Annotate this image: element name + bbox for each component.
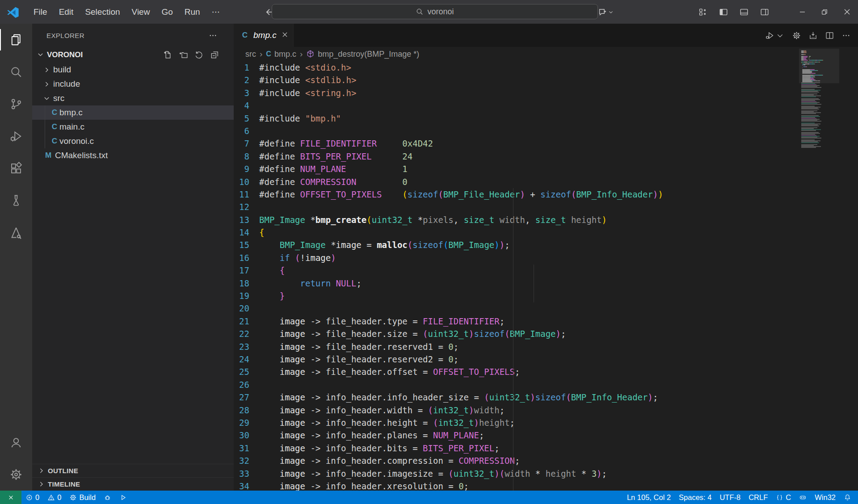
toggle-primary-sidebar-button[interactable] xyxy=(713,0,734,24)
tree-item-src[interactable]: src xyxy=(32,91,234,105)
split-editor-icon[interactable] xyxy=(825,31,834,40)
code-line-4[interactable]: 4 xyxy=(234,99,799,112)
problems-indicator[interactable]: 0 0 xyxy=(21,491,65,504)
indentation-indicator[interactable]: Spaces: 4 xyxy=(675,491,715,504)
toggle-panel-button[interactable] xyxy=(734,0,754,24)
minimap[interactable] xyxy=(799,47,858,491)
activitybar-source-control[interactable] xyxy=(0,88,32,120)
menu-view[interactable]: View xyxy=(126,4,156,20)
menu-file[interactable]: File xyxy=(28,4,53,20)
code-line-19[interactable]: 19 } xyxy=(234,290,799,302)
cmake-debug-button[interactable] xyxy=(100,491,115,504)
breadcrumb-symbol[interactable]: bmp_destroy(BMP_Image *) xyxy=(318,50,419,59)
activitybar-extensions[interactable] xyxy=(0,152,32,185)
code-line-31[interactable]: 31 image -> info_header.bits = BITS_PER_… xyxy=(234,442,799,454)
code-line-20[interactable]: 20 xyxy=(234,302,799,315)
code-line-7[interactable]: 7#define FILE_IDENTIFIER 0x4D42 xyxy=(234,137,799,150)
encoding-indicator[interactable]: UTF-8 xyxy=(715,491,744,504)
explorer-more-actions-button[interactable] xyxy=(208,31,218,42)
code-line-33[interactable]: 33 image -> info_header.imagesize = (uin… xyxy=(234,467,799,480)
code-line-17[interactable]: 17 { xyxy=(234,264,799,277)
timeline-section[interactable]: TIMELINE xyxy=(32,477,234,491)
code-line-9[interactable]: 9#define NUM_PLANE 1 xyxy=(234,163,799,175)
code-line-1[interactable]: 1#include <stdio.h> xyxy=(234,61,799,74)
restore-button[interactable] xyxy=(813,0,836,24)
code-line-27[interactable]: 27 image -> info_header.info_header_size… xyxy=(234,391,799,403)
activitybar-testing[interactable] xyxy=(0,185,32,217)
menu-go[interactable]: Go xyxy=(156,4,178,20)
tab-close-button[interactable] xyxy=(281,31,289,40)
minimize-button[interactable] xyxy=(791,0,813,24)
remote-indicator[interactable] xyxy=(0,491,21,504)
new-folder-button[interactable] xyxy=(179,50,188,59)
cmake-run-button[interactable] xyxy=(115,491,131,504)
outline-section[interactable]: OUTLINE xyxy=(32,464,234,477)
code-line-25[interactable]: 25 image -> file_header.offset = OFFSET_… xyxy=(234,365,799,378)
tree-item-build[interactable]: build xyxy=(32,63,234,77)
platform-indicator[interactable]: Win32 xyxy=(811,491,840,504)
code-editor[interactable]: 1#include <stdio.h>2#include <stdlib.h>3… xyxy=(234,61,799,491)
code-line-23[interactable]: 23 image -> file_header.reserved1 = 0; xyxy=(234,340,799,353)
code-line-14[interactable]: 14{ xyxy=(234,226,799,239)
command-center-search[interactable]: voronoi xyxy=(272,4,598,19)
code-line-29[interactable]: 29 image -> info_header.height = (int32_… xyxy=(234,416,799,429)
customize-layout-button[interactable] xyxy=(693,0,713,24)
code-line-15[interactable]: 15 BMP_Image *image = malloc(sizeof(BMP_… xyxy=(234,239,799,251)
copilot-menu-button[interactable] xyxy=(598,7,614,17)
toggle-secondary-sidebar-button[interactable] xyxy=(754,0,775,24)
tree-item-main-c[interactable]: Cmain.c xyxy=(32,120,234,134)
menu-edit[interactable]: Edit xyxy=(53,4,80,20)
code-line-13[interactable]: 13BMP_Image *bmp_create(uint32_t *pixels… xyxy=(234,214,799,226)
menu-more[interactable]: ⋯ xyxy=(206,4,226,20)
menu-run[interactable]: Run xyxy=(179,4,206,20)
code-line-12[interactable]: 12 xyxy=(234,201,799,213)
tree-item-bmp-c[interactable]: Cbmp.c xyxy=(32,105,234,120)
tree-item-include[interactable]: include xyxy=(32,77,234,91)
code-line-28[interactable]: 28 image -> info_header.width = (int32_t… xyxy=(234,404,799,416)
install-doxygen-icon[interactable] xyxy=(808,31,818,40)
workspace-root-row[interactable]: VORONOI xyxy=(32,47,234,63)
activitybar-cmake[interactable] xyxy=(0,217,32,249)
copilot-status[interactable] xyxy=(795,491,811,504)
collapse-folders-button[interactable] xyxy=(210,50,219,59)
code-line-10[interactable]: 10#define COMPRESSION 0 xyxy=(234,176,799,188)
more-actions-icon[interactable] xyxy=(841,31,851,40)
code-line-24[interactable]: 24 image -> file_header.reserved2 = 0; xyxy=(234,353,799,365)
editor-settings-gear-icon[interactable] xyxy=(792,31,801,40)
tab-bmp-c[interactable]: C bmp.c xyxy=(234,24,294,47)
tree-item-voronoi-c[interactable]: Cvoronoi.c xyxy=(32,134,234,148)
code-line-34[interactable]: 34 image -> info_header.xresolution = 0; xyxy=(234,480,799,491)
code-line-26[interactable]: 26 xyxy=(234,378,799,391)
debug-run-button[interactable] xyxy=(765,31,785,40)
code-line-11[interactable]: 11#define OFFSET_TO_PIXELS (sizeof(BMP_F… xyxy=(234,188,799,201)
close-button[interactable] xyxy=(836,0,858,24)
activitybar-account[interactable] xyxy=(0,426,32,458)
activitybar-settings[interactable] xyxy=(0,458,32,491)
code-line-32[interactable]: 32 image -> info_header.compression = CO… xyxy=(234,454,799,467)
activitybar-run-debug[interactable] xyxy=(0,120,32,152)
activitybar-search[interactable] xyxy=(0,56,32,88)
code-line-8[interactable]: 8#define BITS_PER_PIXEL 24 xyxy=(234,150,799,163)
code-line-21[interactable]: 21 image -> file_header.type = FILE_IDEN… xyxy=(234,315,799,328)
activitybar-explorer[interactable] xyxy=(0,24,32,56)
breadcrumb-file[interactable]: bmp.c xyxy=(274,50,296,59)
code-line-5[interactable]: 5#include "bmp.h" xyxy=(234,112,799,125)
menu-bar: FileEditSelectionViewGoRun⋯ xyxy=(28,4,226,20)
breadcrumb-src[interactable]: src xyxy=(245,50,256,59)
code-line-3[interactable]: 3#include <string.h> xyxy=(234,87,799,99)
notifications-bell[interactable] xyxy=(840,491,855,504)
code-line-18[interactable]: 18 return NULL; xyxy=(234,277,799,290)
new-file-button[interactable] xyxy=(163,50,172,59)
cursor-position[interactable]: Ln 105, Col 2 xyxy=(623,491,675,504)
refresh-explorer-button[interactable] xyxy=(194,50,204,59)
code-line-22[interactable]: 22 image -> file_header.size = (uint32_t… xyxy=(234,328,799,340)
code-line-30[interactable]: 30 image -> info_header.planes = NUM_PLA… xyxy=(234,429,799,441)
eol-indicator[interactable]: CRLF xyxy=(744,491,772,504)
code-line-16[interactable]: 16 if (!image) xyxy=(234,252,799,264)
cmake-build-button[interactable]: Build xyxy=(65,491,100,504)
menu-selection[interactable]: Selection xyxy=(79,4,126,20)
code-line-2[interactable]: 2#include <stdlib.h> xyxy=(234,74,799,86)
language-mode[interactable]: C xyxy=(772,491,795,504)
code-line-6[interactable]: 6 xyxy=(234,125,799,137)
tree-item-cmakelists-txt[interactable]: MCMakelists.txt xyxy=(32,148,234,163)
